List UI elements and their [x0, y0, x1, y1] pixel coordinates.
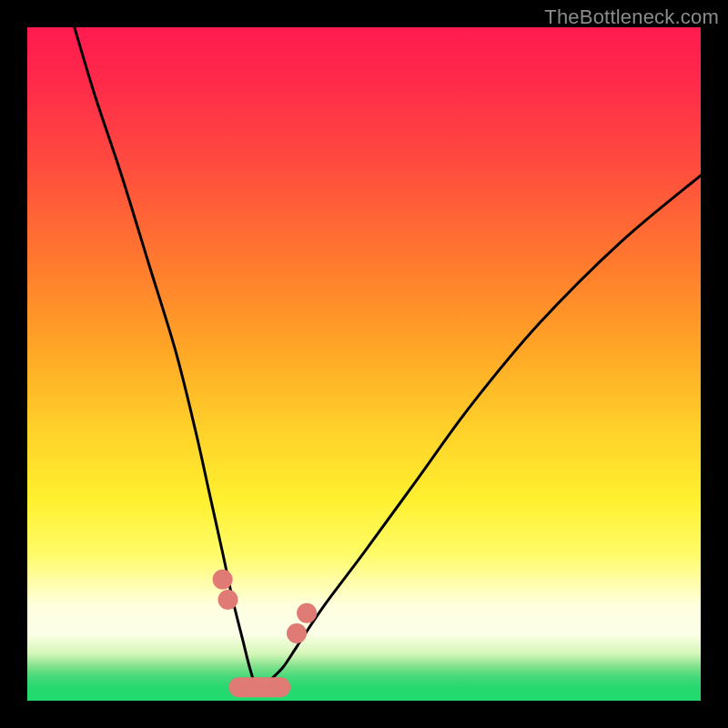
marker-layer — [213, 570, 318, 697]
right-dot-upper — [297, 603, 317, 623]
plot-area — [27, 27, 701, 701]
bottleneck-curve — [75, 27, 701, 689]
watermark-text: TheBottleneck.com — [544, 5, 719, 29]
valley-cluster — [228, 677, 290, 697]
right-dot-lower — [287, 623, 307, 643]
chart-frame: TheBottleneck.com — [0, 0, 728, 728]
left-dot-lower — [218, 590, 238, 610]
curve-layer — [27, 27, 701, 701]
left-dot-upper — [213, 570, 233, 590]
